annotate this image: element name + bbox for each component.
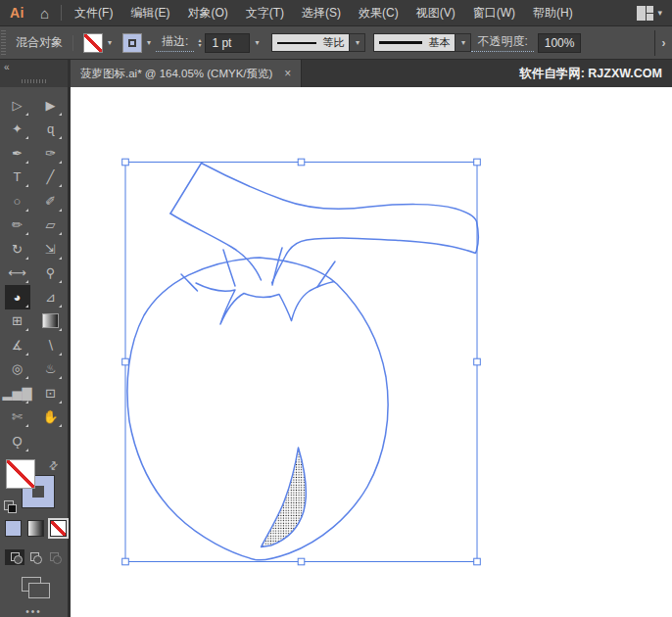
column-graph-tool[interactable]: ▂▅▇	[5, 381, 30, 405]
tools-panel: ▷ ▶ ✦ ɋ ✒	[0, 87, 71, 617]
ellipse-tool[interactable]: ○	[5, 189, 30, 214]
scale-tool[interactable]: ⇲	[38, 237, 64, 261]
chevron-down-icon[interactable]: ▾	[250, 38, 264, 47]
default-fill-stroke-icon[interactable]	[4, 500, 14, 510]
artboard-canvas[interactable]	[71, 87, 672, 617]
menu-item[interactable]: 选择(S)	[293, 5, 350, 22]
width-profile-dropdown[interactable]: 等比	[271, 33, 350, 52]
shaper-tool[interactable]: ✏	[5, 214, 30, 238]
ruler-tool[interactable]: ∡	[5, 333, 30, 357]
mesh-tool[interactable]: ⊞	[5, 309, 30, 334]
fill-color-swatch[interactable]	[83, 33, 103, 53]
selection-tool[interactable]: ▷	[5, 93, 30, 118]
slice-tool[interactable]: ✄	[5, 405, 30, 430]
panel-grip[interactable]	[1, 30, 6, 56]
profile-dropdown-button[interactable]: ▾	[350, 33, 365, 52]
opacity-label[interactable]: 不透明度:	[471, 33, 533, 52]
divider	[72, 35, 73, 51]
stroke-color-swatch[interactable]	[122, 33, 142, 53]
selection-handle[interactable]	[122, 358, 129, 365]
menu-item[interactable]: 窗口(W)	[464, 5, 524, 22]
drawing-modes	[5, 549, 64, 565]
menu-items: 文件(F) 编辑(E) 对象(O) 文字(T) 选择(S) 效果(C) 视图(V…	[66, 5, 582, 22]
zoom-tool[interactable]: Ǫ	[5, 429, 30, 453]
control-bar: 混合对象 ▾ ▾ 描边: ▴ ▾ 1 pt ▾ 等比 ▾ 基本 ▾ 不透明度: …	[0, 26, 672, 60]
brush-dropdown-button[interactable]: ▾	[456, 33, 471, 52]
menu-item[interactable]: 效果(C)	[350, 5, 408, 22]
line-segment-tool[interactable]: ╱	[38, 166, 64, 190]
stroke-weight-field[interactable]: 1 pt	[205, 33, 250, 53]
collapse-panel-icon[interactable]: «	[4, 62, 8, 72]
menu-item[interactable]: 编辑(E)	[121, 5, 178, 22]
menu-item[interactable]: 文字(T)	[237, 5, 293, 22]
draw-behind-button[interactable]	[24, 549, 44, 565]
app-logo[interactable]: Ai	[0, 5, 32, 21]
color-button[interactable]	[5, 520, 22, 537]
draw-inside-button	[44, 549, 64, 565]
control-bar-more-button[interactable]: ›	[654, 30, 672, 56]
menu-item[interactable]: 文件(F)	[66, 5, 121, 22]
type-tool[interactable]: T	[5, 166, 30, 190]
selection-type-label: 混合对象	[10, 34, 69, 51]
workspace-switcher-icon[interactable]	[637, 6, 653, 21]
menu-item[interactable]: 对象(O)	[178, 5, 236, 22]
brush-value: 基本	[428, 35, 450, 50]
none-button[interactable]	[50, 520, 67, 537]
perspective-grid-tool[interactable]: ⊿	[38, 285, 64, 309]
selection-handle[interactable]	[122, 558, 129, 565]
document-title: 菠萝图标.ai* @ 164.05% (CMYK/预览)	[80, 67, 272, 81]
profile-value: 等比	[322, 35, 344, 50]
shape-builder-tool[interactable]: ◕	[5, 285, 30, 309]
edit-toolbar-icon[interactable]: •••	[0, 606, 68, 617]
screen-mode-icon[interactable]	[22, 577, 41, 592]
magic-wand-tool[interactable]: ✦	[5, 118, 30, 142]
selection-handle[interactable]	[474, 159, 481, 166]
document-tab[interactable]: 菠萝图标.ai* @ 164.05% (CMYK/预览) ×	[71, 60, 302, 87]
lasso-tool[interactable]: ɋ	[38, 118, 64, 142]
direct-selection-tool[interactable]: ▶	[38, 93, 64, 118]
chevron-down-icon[interactable]: ▾	[657, 8, 662, 18]
brush-definition-dropdown[interactable]: 基本	[373, 33, 456, 52]
stroke-weight-stepper[interactable]: ▴ ▾	[198, 38, 201, 48]
close-tab-icon[interactable]: ×	[284, 67, 291, 80]
eraser-tool[interactable]: ▱	[38, 214, 64, 238]
stepper-down-icon[interactable]: ▾	[198, 43, 201, 48]
artboard-tool[interactable]: ⊡	[38, 381, 64, 405]
brush-stroke-preview	[379, 41, 422, 44]
fill-swatch-none[interactable]	[6, 459, 35, 489]
divider	[61, 5, 62, 21]
chevron-down-icon[interactable]: ▾	[142, 38, 156, 47]
selection-handle[interactable]	[298, 159, 305, 166]
tool-grid: ▷ ▶ ✦ ɋ ✒	[0, 93, 68, 453]
pen-tool[interactable]: ✒	[5, 141, 30, 166]
watermark-text: 软件自学网: RJZXW.COM	[519, 60, 672, 87]
artwork-persimmon-outline[interactable]	[127, 164, 478, 560]
puppet-warp-tool[interactable]: ⚲	[38, 261, 64, 286]
menu-bar: Ai ⌂ 文件(F) 编辑(E) 对象(O) 文字(T) 选择(S) 效果(C)…	[0, 0, 672, 26]
width-tool[interactable]: ⟷	[5, 261, 30, 286]
swap-fill-stroke-icon[interactable]: ⇄	[46, 457, 62, 473]
opacity-field[interactable]: 100%	[538, 33, 581, 53]
home-icon[interactable]: ⌂	[32, 5, 57, 22]
selection-handle[interactable]	[298, 558, 305, 565]
draw-normal-button[interactable]	[5, 549, 24, 565]
tools-panel-header: «	[0, 60, 71, 87]
selection-handle[interactable]	[474, 358, 481, 365]
selection-handle[interactable]	[474, 558, 481, 565]
symbol-sprayer-tool[interactable]: ♨	[38, 357, 64, 382]
blend-tool[interactable]: ◎	[5, 357, 30, 382]
curvature-tool[interactable]: ✑	[38, 141, 64, 166]
tools-panel-grip[interactable]	[22, 79, 47, 83]
eyedropper-tool[interactable]: ∖	[38, 333, 64, 357]
selection-handle[interactable]	[122, 159, 129, 166]
stroke-profile-preview	[277, 42, 316, 44]
hand-tool[interactable]: ✋	[38, 405, 64, 430]
paintbrush-tool[interactable]: ✐	[38, 189, 64, 214]
chevron-down-icon[interactable]: ▾	[103, 38, 117, 47]
menu-item[interactable]: 视图(V)	[408, 5, 464, 22]
menu-item[interactable]: 帮助(H)	[524, 5, 582, 22]
stroke-label[interactable]: 描边:	[156, 33, 194, 52]
rotate-tool[interactable]: ↻	[5, 237, 30, 261]
gradient-button[interactable]	[27, 520, 44, 537]
gradient-tool[interactable]	[38, 309, 64, 334]
